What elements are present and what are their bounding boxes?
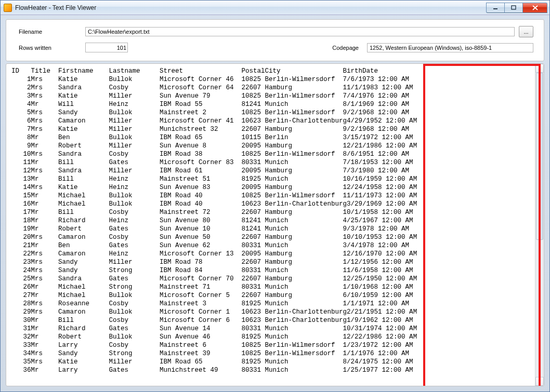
rows-written-value: 101 [117, 45, 126, 51]
app-window: FlowHeater - Text File Viewer Filename .… [0, 0, 550, 392]
browse-button[interactable]: ... [519, 26, 533, 37]
titlebar[interactable]: FlowHeater - Text File Viewer [1, 1, 549, 15]
data-panel: ID Title Firstname Lastname Street Posta… [6, 63, 544, 386]
form-panel: Filename ... Rows written 101 Codepage [6, 19, 544, 61]
minimize-button[interactable] [486, 3, 505, 13]
filename-label: Filename [19, 29, 81, 35]
scroll-down-button[interactable]: ▼ [535, 377, 544, 386]
codepage-input[interactable] [367, 43, 533, 52]
scroll-thumb[interactable] [536, 73, 543, 240]
scroll-track[interactable] [535, 73, 544, 377]
rows-written-label: Rows written [19, 45, 81, 51]
svg-rect-0 [493, 8, 497, 9]
filename-row: Filename ... [19, 26, 533, 37]
window-buttons [487, 3, 547, 13]
app-icon [4, 4, 12, 12]
maximize-icon [511, 5, 516, 10]
close-icon [532, 5, 538, 10]
rows-written-input[interactable]: 101 [85, 43, 128, 52]
scroll-up-button[interactable]: ▲ [535, 64, 544, 73]
rows-codepage-row: Rows written 101 Codepage [19, 43, 533, 52]
maximize-button[interactable] [504, 3, 523, 13]
vertical-scrollbar[interactable]: ▲ ▼ [535, 64, 544, 386]
svg-rect-1 [512, 6, 516, 9]
client-area: Filename ... Rows written 101 Codepage I… [1, 15, 549, 391]
text-content[interactable]: ID Title Firstname Lastname Street Posta… [6, 64, 535, 386]
close-button[interactable] [522, 3, 547, 13]
filename-input[interactable] [85, 27, 515, 36]
window-title: FlowHeater - Text File Viewer [15, 4, 487, 11]
codepage-label: Codepage [332, 45, 363, 51]
minimize-icon [493, 5, 498, 10]
